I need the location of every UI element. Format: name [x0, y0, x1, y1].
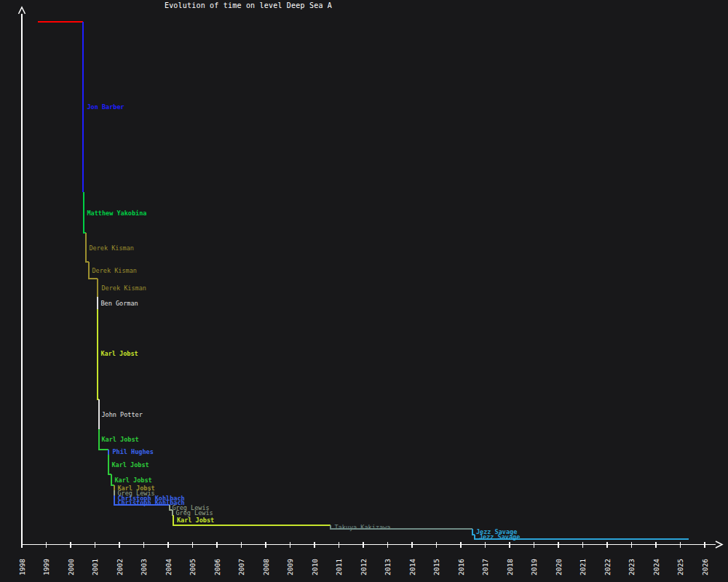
x-tick-label: 2026	[701, 559, 709, 575]
record-holder-label: Derek Kisman	[102, 284, 146, 292]
record-holder-label: Takuya Kakizawa	[335, 524, 391, 531]
x-tick-label: 2014	[408, 559, 416, 575]
x-tick-label: 2004	[165, 559, 173, 575]
record-holder-label: Karl Jobst	[115, 477, 152, 484]
record-holder-label: Derek Kisman	[90, 244, 134, 252]
record-holder-label: Jon Barber	[87, 103, 124, 111]
x-tick-label: 2018	[506, 559, 514, 575]
x-tick-label: 2010	[311, 559, 319, 575]
record-holder-label: John Potter	[102, 411, 143, 418]
x-tick-label: 2017	[481, 559, 489, 575]
record-holder-label: Derek Kisman	[92, 267, 137, 274]
x-tick-label: 2012	[360, 559, 368, 575]
x-tick-label: 2002	[116, 559, 124, 575]
chart-canvas: Evolution of time on level Deep Sea A 19…	[0, 0, 728, 582]
record-holder-label: Phil Hughes	[113, 448, 154, 455]
x-tick-label: 2008	[262, 559, 270, 575]
x-tick-label: 2001	[91, 559, 99, 575]
x-tick-label: 2015	[432, 559, 440, 575]
y-axis-arrow-icon	[19, 7, 25, 14]
x-tick-label: 2019	[530, 559, 538, 575]
x-tick-label: 2011	[335, 559, 343, 575]
x-tick-label: 2020	[555, 559, 563, 575]
record-holder-label: Matthew Yakobina	[87, 210, 147, 217]
x-tick-label: 2006	[213, 559, 221, 575]
record-progression-chart: 1998199920002001200220032004200520062007…	[0, 0, 728, 582]
x-tick-label: 2000	[67, 559, 75, 575]
x-tick-label: 2013	[384, 559, 392, 575]
x-tick-label: 2024	[652, 559, 660, 575]
x-tick-label: 2016	[457, 559, 465, 575]
x-tick-label: 2009	[286, 559, 294, 575]
record-holder-label: Karl Jobst	[112, 461, 149, 469]
x-tick-label: 2025	[676, 559, 684, 575]
x-tick-label: 2021	[579, 559, 587, 575]
record-segment	[472, 529, 475, 535]
record-segment	[98, 309, 98, 399]
x-tick-label: 2007	[237, 559, 245, 575]
record-segment	[84, 192, 87, 233]
x-tick-label: 2022	[604, 559, 612, 575]
record-holder-label: Greg Lewis	[176, 509, 213, 517]
record-holder-label: Jezz Savage	[479, 533, 520, 541]
x-tick-label: 1999	[42, 559, 50, 575]
x-axis-arrow-icon	[716, 541, 722, 548]
x-tick-label: 1998	[18, 559, 26, 575]
record-holder-label: Karl Jobst	[102, 436, 139, 443]
record-segment	[111, 474, 114, 485]
record-holder-label: Karl Jobst	[101, 350, 138, 357]
record-holder-label: Ben Gorman	[101, 300, 138, 307]
record-holder-label: Karl Jobst	[177, 517, 214, 524]
x-tick-label: 2005	[189, 559, 197, 575]
x-tick-label: 2023	[628, 559, 636, 575]
record-segment	[86, 233, 89, 262]
x-tick-label: 2003	[140, 559, 148, 575]
record-segment	[108, 455, 111, 474]
